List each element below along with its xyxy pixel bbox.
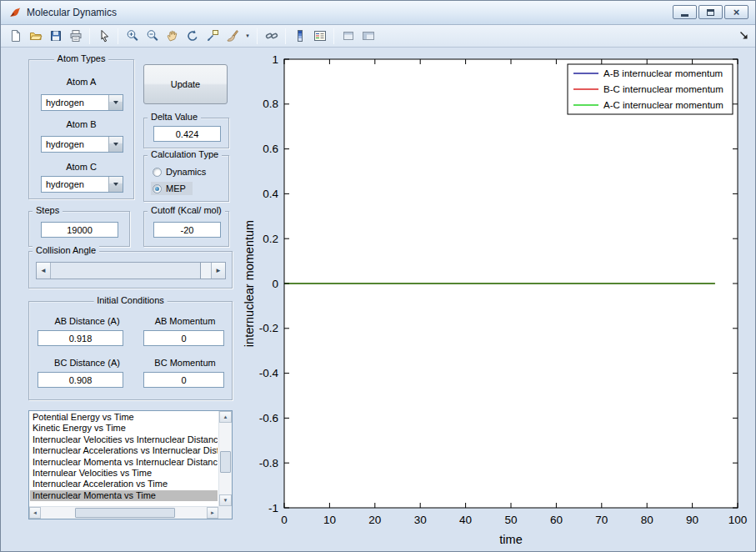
zoom-in-icon (126, 29, 139, 43)
atom-b-value: hydrogen (46, 137, 84, 152)
toolbar-separator (333, 28, 334, 44)
maximize-icon (707, 9, 714, 16)
ab-distance-label: AB Distance (A) (39, 316, 135, 326)
minimize-icon (681, 14, 688, 17)
legend-entry-label: B-C internuclear momentum (603, 84, 723, 94)
x-tick-label: 90 (686, 514, 698, 526)
atom-a-dropdown-button[interactable] (108, 95, 123, 110)
horizontal-scrollbar[interactable]: ◄ ► (29, 506, 218, 519)
atom-c-select[interactable]: hydrogen (41, 176, 123, 193)
toolbar-separator (118, 28, 118, 44)
scroll-left-button[interactable]: ◄ (29, 507, 41, 519)
atom-b-label: Atom B (29, 119, 133, 129)
app-icon (8, 6, 22, 19)
toolbar-open-file-button[interactable] (26, 27, 45, 46)
toolbar-rotate-3d-button[interactable] (183, 27, 202, 46)
delta-value-input[interactable] (153, 126, 221, 142)
scroll-down-button[interactable]: ▼ (219, 494, 232, 506)
atom-a-select[interactable]: hydrogen (41, 94, 123, 111)
radio-mep[interactable]: MEP (151, 182, 193, 195)
pointer-icon (98, 29, 111, 43)
toolbar-separator (257, 28, 258, 44)
slider-left-arrow[interactable]: ◄ (37, 263, 51, 279)
cutoff-input[interactable] (153, 222, 221, 238)
toolbar-link-plot-button[interactable] (262, 27, 281, 46)
list-item[interactable]: Internuclear Acceleration vs Time (30, 479, 218, 489)
toolbar-pan-button[interactable] (163, 27, 182, 46)
chevron-down-icon (113, 101, 118, 104)
legend-entry-label: A-C internuclear momentum (603, 100, 723, 110)
list-item[interactable]: Internuclear Velocities vs Internuclear … (30, 434, 218, 445)
bc-distance-input[interactable] (38, 372, 123, 388)
ab-momentum-label: AB Momentum (146, 316, 224, 326)
vertical-scroll-thumb[interactable] (220, 451, 231, 473)
toolbar-separator (285, 28, 286, 44)
ab-momentum-input[interactable] (143, 330, 224, 346)
legend[interactable]: A-B internuclear momentumB-C internuclea… (568, 64, 733, 114)
toolbar-insert-colorbar-button[interactable] (290, 27, 309, 46)
y-tick-label: 0.8 (263, 98, 278, 110)
toolbar-zoom-out-button[interactable] (143, 27, 162, 46)
calculation-type-group: Calculation Type Dynamics MEP (143, 155, 229, 202)
y-axis-label: internuclear momentum (243, 220, 256, 347)
toolbar-print-figure-button[interactable] (66, 27, 85, 46)
atom-b-select[interactable]: hydrogen (41, 136, 123, 153)
horizontal-scroll-thumb[interactable] (75, 508, 175, 518)
save-icon (49, 29, 63, 43)
maximize-button[interactable] (698, 5, 723, 19)
list-item[interactable]: Internulear Velocities vs Time (30, 468, 218, 479)
y-tick-label: -0.2 (259, 322, 278, 334)
toolbar-new-figure-button[interactable] (6, 27, 25, 46)
toolbar-data-cursor-button[interactable] (203, 27, 222, 46)
plot-type-listbox: Potential Energy vs TimeKinetic Energy v… (28, 410, 233, 519)
toolbar-edit-plot-button[interactable] (94, 27, 113, 46)
toolbar-hide-plot-tools-button[interactable] (338, 27, 358, 46)
cutoff-group: Cutoff (Kcal/ mol) (143, 211, 229, 247)
list-item[interactable]: Internuclear Accelerations vs Internucle… (30, 445, 218, 456)
toolbar-brush-dropdown[interactable]: ▾ (243, 27, 253, 46)
minimize-button[interactable] (673, 5, 697, 19)
vertical-scrollbar[interactable]: ▲ ▼ (218, 411, 232, 506)
radio-icon (153, 168, 162, 177)
list-item[interactable]: Potential Energy vs Time (30, 412, 218, 423)
calculation-type-title: Calculation Type (148, 149, 222, 159)
y-tick-label: 0 (272, 278, 278, 290)
show-plot-tools-icon (362, 29, 375, 43)
list-item[interactable]: Internuclear Momenta vs Time (30, 490, 218, 501)
steps-input[interactable] (41, 222, 118, 238)
toolbar-zoom-in-button[interactable] (123, 27, 142, 46)
close-button[interactable]: × (724, 5, 748, 19)
toolbar-show-plot-tools-button[interactable] (358, 27, 378, 46)
toolbar-brush-button[interactable] (223, 27, 242, 46)
toolbar-insert-legend-button[interactable] (310, 27, 329, 46)
open-folder-icon (29, 29, 43, 43)
atom-c-dropdown-button[interactable] (108, 177, 123, 192)
initial-conditions-group: Initial Conditions AB Distance (A) AB Mo… (28, 301, 233, 400)
slider-thumb[interactable] (51, 263, 201, 279)
atom-types-group: Atom Types Atom A hydrogen Atom B hydrog… (28, 59, 134, 199)
x-tick-label: 50 (504, 514, 517, 526)
slider-right-arrow[interactable]: ► (211, 263, 225, 279)
ab-distance-input[interactable] (38, 330, 123, 346)
list-item[interactable]: Internuclear Momenta vs Internuclear Dis… (30, 457, 218, 468)
atom-types-title: Atom Types (54, 53, 109, 63)
toolbar-save-figure-button[interactable] (46, 27, 65, 46)
scroll-up-button[interactable]: ▲ (219, 411, 232, 423)
dock-figure-button[interactable] (737, 29, 750, 43)
atom-a-value: hydrogen (46, 95, 84, 110)
y-tick-label: -0.4 (259, 367, 279, 379)
list-item[interactable]: Kinetic Energy vs Time (30, 423, 218, 434)
legend-icon (313, 29, 327, 43)
y-tick-label: 0.6 (263, 143, 278, 155)
atom-c-label: Atom C (29, 162, 133, 172)
collision-angle-slider[interactable]: ◄ ► (36, 262, 226, 279)
colorbar-icon (293, 29, 307, 43)
update-button[interactable]: Update (143, 64, 228, 104)
toolbar-items: ▾ (6, 27, 378, 46)
brush-icon (226, 29, 239, 43)
atom-b-dropdown-button[interactable] (108, 137, 123, 152)
radio-dynamics[interactable]: Dynamics (151, 165, 213, 178)
scroll-right-button[interactable]: ► (207, 507, 218, 519)
radio-dynamics-label: Dynamics (166, 167, 206, 177)
bc-momentum-input[interactable] (143, 372, 224, 388)
